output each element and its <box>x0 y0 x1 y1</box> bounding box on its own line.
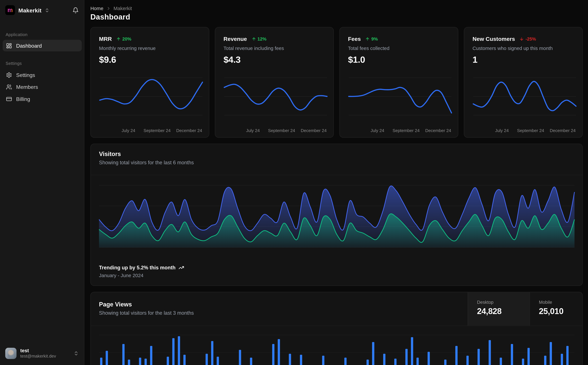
sidebar-item-dashboard[interactable]: Dashboard <box>3 40 82 51</box>
new-customers-sparkline-chart <box>473 76 576 118</box>
section-label-application: Application <box>6 32 28 37</box>
makerkit-logo: m <box>5 5 15 15</box>
sidebar-item-label: Billing <box>16 96 30 102</box>
sidebar-item-billing[interactable]: Billing <box>3 93 82 105</box>
arrow-down-icon <box>519 36 524 41</box>
stat-title: MRR <box>99 35 112 42</box>
mobile-value: 25,010 <box>539 306 564 316</box>
sidebar: m Makerkit Application Dashboard Setting… <box>0 0 84 365</box>
stat-cards-row: MRR 20% Monthly recurring revenue $9.6 J… <box>90 27 583 138</box>
sidebar-item-members[interactable]: Members <box>3 81 82 93</box>
desktop-label: Desktop <box>477 300 494 305</box>
bell-icon[interactable] <box>72 7 79 14</box>
sidebar-item-settings[interactable]: Settings <box>3 69 82 81</box>
users-icon <box>6 84 12 90</box>
visitors-card: Visitors Showing total visitors for the … <box>90 144 583 286</box>
desktop-value: 24,828 <box>477 306 502 316</box>
chevrons-up-down-icon <box>73 351 79 356</box>
visitors-trending-text: Trending up by 5.2% this month <box>99 265 176 271</box>
stat-card-revenue: Revenue 12% Total revenue including fees… <box>215 27 334 138</box>
visitors-date-range: January - June 2024 <box>99 273 184 278</box>
user-menu[interactable]: test test@makerkit.dev <box>3 345 81 362</box>
chevrons-up-down-icon[interactable] <box>44 8 49 12</box>
stat-card-new-customers: New Customers -25% Customers who signed … <box>464 27 583 138</box>
toggle-desktop-stat[interactable]: Desktop 24,828 <box>468 292 529 326</box>
trend-value: 9% <box>371 36 378 42</box>
mrr-sparkline-chart <box>100 76 202 118</box>
visitors-subtitle: Showing total visitors for the last 6 mo… <box>99 160 194 165</box>
section-label-settings: Settings <box>6 61 22 66</box>
stat-subtitle: Customers who signed up this month <box>473 45 553 51</box>
page-views-bar-chart <box>99 334 574 365</box>
stat-title: New Customers <box>473 35 515 42</box>
trending-up-icon <box>179 265 184 271</box>
trend-value: -25% <box>526 36 536 42</box>
visitors-title: Visitors <box>99 151 121 158</box>
trend-value: 20% <box>122 36 131 42</box>
stat-card-fees: Fees 9% Total fees collected $1.0 July 2… <box>339 27 458 138</box>
page-views-title: Page Views <box>99 301 132 308</box>
visitors-header: Visitors Showing total visitors for the … <box>91 144 582 175</box>
sparkline-axis-labels: July 24September 24December 24 <box>224 128 327 133</box>
trend-value: 12% <box>257 36 266 42</box>
stat-title: Fees <box>348 35 361 42</box>
fees-sparkline-chart <box>349 76 451 118</box>
stat-value: 1 <box>473 54 477 65</box>
sidebar-item-label: Members <box>16 84 38 90</box>
stat-title: Revenue <box>223 35 247 42</box>
stat-value: $1.0 <box>348 54 365 65</box>
page-views-subtitle: Showing total visitors for the last 3 mo… <box>99 310 194 316</box>
arrow-up-icon <box>365 36 370 41</box>
breadcrumb-home-link[interactable]: Home <box>90 6 103 11</box>
user-name: test <box>20 348 56 353</box>
visitors-footer: Trending up by 5.2% this month January -… <box>99 265 184 279</box>
sparkline-axis-labels: July 24September 24December 24 <box>473 128 576 133</box>
brand-name: Makerkit <box>18 7 42 14</box>
logo-letter: m <box>7 7 13 13</box>
arrow-up-icon <box>251 36 256 41</box>
gear-icon <box>6 72 12 78</box>
stat-subtitle: Monthly recurring revenue <box>99 45 156 51</box>
stat-value: $9.6 <box>99 54 116 65</box>
user-email: test@makerkit.dev <box>20 353 56 359</box>
breadcrumb: Home Makerkit <box>90 6 132 11</box>
stat-value: $4.3 <box>223 54 241 65</box>
stat-card-mrr: MRR 20% Monthly recurring revenue $9.6 J… <box>90 27 209 138</box>
trend-badge: 9% <box>365 36 378 42</box>
trend-badge: -25% <box>519 36 536 42</box>
stat-subtitle: Total fees collected <box>348 45 389 51</box>
sparkline-axis-labels: July 24September 24December 24 <box>349 128 451 133</box>
revenue-sparkline-chart <box>224 76 327 118</box>
workspace-selector[interactable]: m Makerkit <box>5 5 79 15</box>
user-avatar <box>5 348 17 359</box>
sidebar-item-label: Dashboard <box>16 42 42 49</box>
credit-card-icon <box>6 96 12 102</box>
visitors-area-chart <box>99 183 574 247</box>
page-views-card: Page Views Showing total visitors for th… <box>90 292 583 365</box>
trend-badge: 20% <box>116 36 131 42</box>
main-content: Home Makerkit Dashboard MRR 20% Monthly … <box>85 0 588 365</box>
dashboard-icon <box>6 42 12 49</box>
stat-subtitle: Total revenue including fees <box>223 45 284 51</box>
chevron-right-icon <box>106 6 111 11</box>
toggle-mobile-stat[interactable]: Mobile 25,010 <box>529 292 583 326</box>
sparkline-axis-labels: July 24September 24December 24 <box>100 128 202 133</box>
page-views-header: Page Views Showing total visitors for th… <box>91 292 582 326</box>
page-title: Dashboard <box>90 13 130 21</box>
sidebar-item-label: Settings <box>16 72 35 78</box>
trend-badge: 12% <box>251 36 266 42</box>
dashboard-app: m Makerkit Application Dashboard Setting… <box>0 0 588 365</box>
arrow-up-icon <box>116 36 121 41</box>
mobile-label: Mobile <box>539 300 552 305</box>
breadcrumb-current: Makerkit <box>113 6 132 11</box>
